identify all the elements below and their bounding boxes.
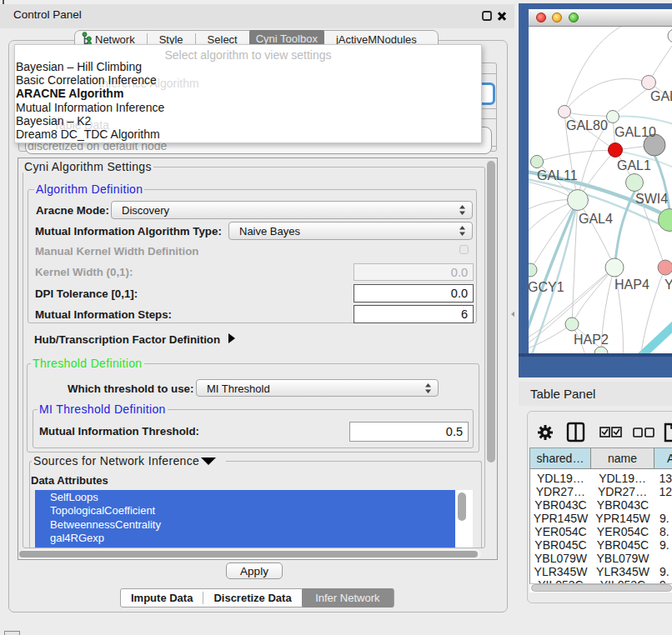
svg-text:GAL4: GAL4 bbox=[579, 212, 613, 226]
svg-text:GAL11: GAL11 bbox=[537, 168, 578, 182]
svg-text:HAP2: HAP2 bbox=[574, 332, 609, 347]
svg-text:HAP4: HAP4 bbox=[614, 278, 649, 292]
svg-text:GAL10: GAL10 bbox=[614, 125, 656, 139]
svg-text:SWI4: SWI4 bbox=[635, 192, 668, 206]
svg-text:GCY1: GCY1 bbox=[529, 280, 564, 294]
svg-text:Y: Y bbox=[664, 278, 672, 292]
svg-text:GAL1: GAL1 bbox=[617, 158, 651, 172]
svg-text:GAL80: GAL80 bbox=[566, 118, 608, 132]
svg-text:GAL: GAL bbox=[650, 89, 672, 103]
